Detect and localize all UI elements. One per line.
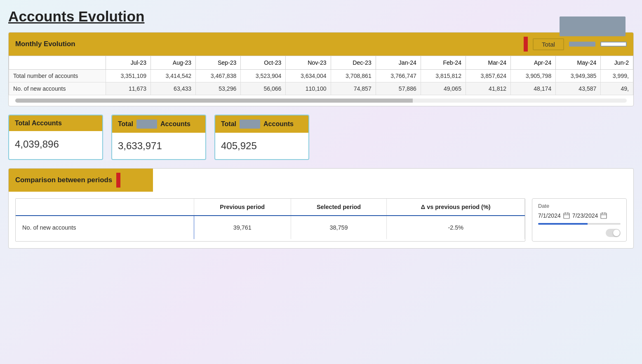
row-1-cell-8: 41,812: [466, 82, 511, 95]
cards-row: Total Accounts 4,039,896 Total Accounts …: [8, 115, 634, 160]
monthly-header-label: Monthly Evolution: [15, 40, 519, 48]
card-2-header-suffix: Accounts: [160, 120, 190, 128]
date-to-value: 7/23/2024: [572, 212, 598, 219]
total-accounts-card: Total Accounts 4,039,896: [8, 115, 103, 160]
row-0-cell-2: 3,467,838: [196, 70, 241, 82]
card-1-header-label: Total Accounts: [15, 120, 62, 127]
page-title: Accounts Evolution: [8, 8, 634, 25]
comp-row-0-cell-3: -2.5%: [387, 216, 525, 239]
total-gray-accounts-card-2: Total Accounts 3,633,971: [111, 115, 206, 160]
card-2-value: 3,633,971: [112, 133, 205, 159]
row-0-cell-10: 3,949,385: [556, 70, 601, 82]
row-1-cell-7: 49,065: [421, 82, 466, 95]
comparison-table-row: No. of new accounts39,76138,759-2.5%: [16, 216, 525, 239]
col-header-Oct-23: Oct-23: [241, 56, 286, 70]
toggle-switch[interactable]: [606, 229, 621, 237]
row-1-cell-3: 56,066: [241, 82, 286, 95]
row-0-cell-6: 3,766,747: [376, 70, 421, 82]
card-1-header: Total Accounts: [9, 115, 102, 131]
col-header-label: [9, 56, 106, 70]
card-3-gray-box: [240, 120, 260, 129]
svg-rect-0: [564, 213, 569, 218]
scrollbar-indicator[interactable]: [15, 99, 627, 103]
row-1-cell-6: 57,886: [376, 82, 421, 95]
comp-row-0-cell-2: 38,759: [291, 216, 387, 239]
col-header-Jul-23: Jul-23: [106, 56, 151, 70]
card-3-header-prefix: Total: [221, 120, 236, 128]
row-0-cell-1: 3,414,542: [151, 70, 196, 82]
row-1-cell-2: 53,296: [196, 82, 241, 95]
card-1-value: 4,039,896: [9, 131, 102, 157]
gray-button-1[interactable]: [569, 42, 595, 47]
row-0-cell-11: 3,999,: [601, 70, 633, 82]
col-header-Apr-24: Apr-24: [511, 56, 556, 70]
row-1-cell-11: 49,: [601, 82, 633, 95]
col-header-Dec-23: Dec-23: [331, 56, 376, 70]
col-header-May-24: May-24: [556, 56, 601, 70]
col-header-Mar-24: Mar-24: [466, 56, 511, 70]
table-row: Total number of accounts3,351,1093,414,5…: [9, 70, 633, 82]
comp-col-header-3: Δ vs previous period (%): [387, 199, 525, 216]
card-3-value: 405,925: [215, 133, 308, 159]
calendar-from-icon[interactable]: [563, 212, 570, 219]
row-0-cell-9: 3,905,798: [511, 70, 556, 82]
comp-col-header-2: Selected period: [291, 199, 387, 216]
comp-col-header-0: [16, 199, 194, 216]
comparison-section: Comparison between periods Previous peri…: [8, 168, 634, 249]
date-from-value: 7/1/2024: [538, 212, 561, 219]
col-header-Jan-24: Jan-24: [376, 56, 421, 70]
col-header-Sep-23: Sep-23: [196, 56, 241, 70]
monthly-header-row: Monthly Evolution Total: [9, 33, 633, 56]
col-header-Aug-23: Aug-23: [151, 56, 196, 70]
comp-row-0-cell-1: 39,761: [194, 216, 291, 239]
row-1-label: No. of new accounts: [9, 82, 106, 95]
row-0-label: Total number of accounts: [9, 70, 106, 82]
monthly-data-table: Jul-23Aug-23Sep-23Oct-23Nov-23Dec-23Jan-…: [9, 56, 633, 95]
total-gray-accounts-card-3: Total Accounts 405,925: [214, 115, 309, 160]
card-2-header: Total Accounts: [112, 115, 205, 133]
row-0-cell-7: 3,815,812: [421, 70, 466, 82]
card-2-gray-box: [136, 120, 157, 129]
date-panel: Date 7/1/2024 7/23/2024: [532, 198, 627, 242]
col-header-Nov-23: Nov-23: [286, 56, 331, 70]
svg-rect-4: [601, 213, 607, 218]
red-marker-icon: [524, 37, 528, 52]
comparison-red-marker: [116, 173, 120, 188]
col-header-Feb-24: Feb-24: [421, 56, 466, 70]
date-panel-label: Date: [538, 203, 621, 209]
comp-col-header-1: Previous period: [194, 199, 291, 216]
monthly-evolution-section: Monthly Evolution Total Jul-23Aug-23Sep-…: [8, 32, 634, 106]
card-3-header-suffix: Accounts: [263, 120, 294, 128]
card-2-header-prefix: Total: [118, 120, 133, 128]
row-0-cell-3: 3,523,904: [241, 70, 286, 82]
date-slider[interactable]: [538, 223, 621, 225]
row-1-cell-5: 74,857: [331, 82, 376, 95]
comparison-body: Previous periodSelected periodΔ vs previ…: [9, 192, 633, 248]
calendar-to-icon[interactable]: [600, 212, 607, 219]
date-from-row: 7/1/2024 7/23/2024: [538, 212, 621, 219]
comparison-table-wrapper: Previous periodSelected periodΔ vs previ…: [15, 198, 525, 242]
monthly-table-wrapper: Jul-23Aug-23Sep-23Oct-23Nov-23Dec-23Jan-…: [9, 56, 633, 95]
comparison-table: Previous periodSelected periodΔ vs previ…: [16, 199, 525, 239]
row-0-cell-4: 3,634,004: [286, 70, 331, 82]
row-1-cell-4: 110,100: [286, 82, 331, 95]
outline-button-1[interactable]: [600, 42, 627, 47]
row-0-cell-5: 3,708,861: [331, 70, 376, 82]
comparison-header-label: Comparison between periods: [15, 176, 112, 184]
top-right-placeholder: [560, 16, 626, 36]
col-header-Jun-2: Jun-2: [601, 56, 633, 70]
row-1-cell-0: 11,673: [106, 82, 151, 95]
card-3-header: Total Accounts: [215, 115, 308, 133]
table-row: No. of new accounts11,67363,43353,29656,…: [9, 82, 633, 95]
row-1-cell-1: 63,433: [151, 82, 196, 95]
total-button[interactable]: Total: [533, 38, 564, 50]
row-0-cell-0: 3,351,109: [106, 70, 151, 82]
comp-row-0-cell-0: No. of new accounts: [16, 216, 194, 239]
row-1-cell-10: 43,587: [556, 82, 601, 95]
row-0-cell-8: 3,857,624: [466, 70, 511, 82]
row-1-cell-9: 48,174: [511, 82, 556, 95]
